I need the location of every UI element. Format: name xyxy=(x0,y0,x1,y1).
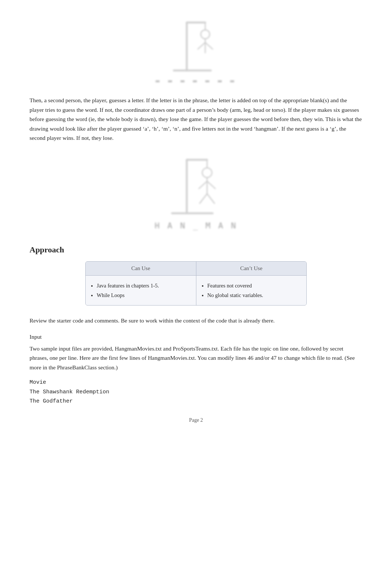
input-description: Two sample input files are provided, Han… xyxy=(30,344,362,372)
svg-line-17 xyxy=(207,194,214,203)
bottom-image-container: H A N _ M A N xyxy=(30,152,362,234)
word-blanks-top: ▬ ▬ ▬ ▬ ▬ ▬ ▬ xyxy=(156,77,237,84)
svg-point-12 xyxy=(202,168,212,177)
code-line-2: The Shawshank Redemption xyxy=(30,387,362,397)
hangman-svg-top xyxy=(166,16,226,73)
list-item: While Loops xyxy=(97,290,189,300)
list-item: Java features in chapters 1-5. xyxy=(97,281,189,290)
approach-heading: Approach xyxy=(30,245,362,255)
approach-table: Can Use Can’t Use Java features in chapt… xyxy=(85,261,307,306)
page-footer: Page 2 xyxy=(30,417,362,423)
table-body-row: Java features in chapters 1-5. While Loo… xyxy=(86,276,306,305)
cant-use-list: Features not covered No global static va… xyxy=(201,281,300,300)
hangman-image-bottom xyxy=(163,152,229,218)
svg-line-6 xyxy=(198,42,205,49)
page: ▬ ▬ ▬ ▬ ▬ ▬ ▬ Then, a second person, the… xyxy=(0,0,392,576)
review-text: Review the starter code and comments. Be… xyxy=(30,316,362,325)
code-line-1: Movie xyxy=(30,378,362,387)
table-header-row: Can Use Can’t Use xyxy=(86,262,306,276)
approach-table-wrapper: Can Use Can’t Use Java features in chapt… xyxy=(30,261,362,306)
svg-line-15 xyxy=(207,181,215,189)
word-blanks-bottom: H A N _ M A N xyxy=(155,221,237,230)
list-item: Features not covered xyxy=(207,281,300,290)
paragraph-1: Then, a second person, the player, guess… xyxy=(30,96,362,143)
table-col1-body: Java features in chapters 1-5. While Loo… xyxy=(86,276,196,305)
list-item: No global static variables. xyxy=(207,290,300,300)
code-block: Movie The Shawshank Redemption The Godfa… xyxy=(30,378,362,406)
hangman-image-top xyxy=(163,15,229,74)
table-col2-header: Can’t Use xyxy=(196,262,307,275)
input-heading: Input xyxy=(30,334,362,340)
code-line-3: The Godfather xyxy=(30,397,362,406)
hangman-svg-bottom xyxy=(165,152,227,217)
can-use-list: Java features in chapters 1-5. While Loo… xyxy=(90,281,189,300)
top-image-container: ▬ ▬ ▬ ▬ ▬ ▬ ▬ xyxy=(30,15,362,92)
table-col1-header: Can Use xyxy=(86,262,196,275)
table-col2-body: Features not covered No global static va… xyxy=(196,276,307,305)
svg-line-14 xyxy=(199,181,207,189)
svg-line-7 xyxy=(205,42,213,49)
svg-line-16 xyxy=(200,194,207,203)
svg-point-4 xyxy=(201,30,210,39)
